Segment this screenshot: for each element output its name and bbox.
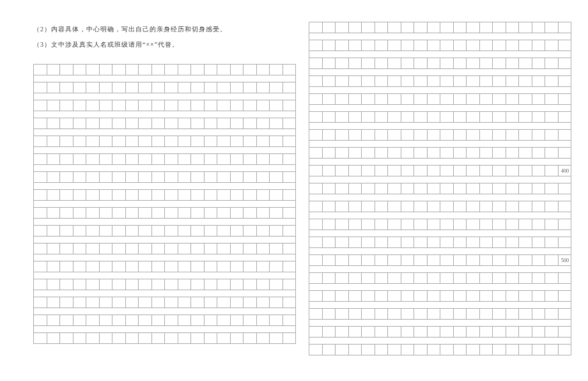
writing-cell[interactable] bbox=[518, 254, 532, 266]
writing-cell[interactable] bbox=[99, 82, 112, 93]
writing-cell[interactable] bbox=[164, 261, 178, 272]
writing-cell[interactable] bbox=[361, 237, 375, 248]
writing-cell[interactable] bbox=[322, 58, 336, 69]
writing-cell[interactable] bbox=[506, 344, 519, 355]
writing-cell[interactable] bbox=[518, 165, 532, 176]
writing-cell[interactable] bbox=[217, 189, 230, 201]
writing-cell[interactable] bbox=[217, 136, 230, 147]
writing-cell[interactable] bbox=[558, 22, 571, 33]
writing-cell[interactable] bbox=[427, 290, 440, 302]
writing-cell[interactable] bbox=[138, 189, 151, 201]
writing-cell[interactable] bbox=[164, 225, 178, 237]
writing-cell[interactable] bbox=[73, 153, 86, 165]
writing-cell[interactable] bbox=[243, 189, 256, 201]
writing-cell[interactable] bbox=[138, 136, 151, 147]
writing-cell[interactable] bbox=[86, 243, 99, 254]
writing-cell[interactable] bbox=[558, 183, 571, 194]
writing-cell[interactable] bbox=[59, 297, 73, 308]
writing-cell[interactable] bbox=[322, 290, 336, 302]
writing-cell[interactable] bbox=[190, 100, 204, 111]
writing-cell[interactable] bbox=[322, 308, 336, 320]
writing-cell[interactable] bbox=[269, 153, 282, 165]
writing-cell[interactable] bbox=[151, 100, 165, 111]
writing-cell[interactable] bbox=[375, 129, 388, 141]
writing-cell[interactable] bbox=[440, 290, 453, 302]
writing-cell[interactable] bbox=[164, 118, 178, 129]
writing-cell[interactable] bbox=[518, 201, 532, 212]
writing-cell[interactable] bbox=[256, 297, 270, 308]
writing-cell[interactable] bbox=[401, 165, 414, 176]
writing-cell[interactable] bbox=[375, 219, 388, 230]
writing-cell[interactable] bbox=[440, 165, 453, 176]
writing-cell[interactable] bbox=[532, 165, 545, 176]
writing-cell[interactable] bbox=[532, 75, 545, 87]
writing-cell[interactable] bbox=[230, 136, 244, 147]
writing-cell[interactable] bbox=[545, 147, 558, 159]
writing-cell[interactable] bbox=[518, 308, 532, 320]
writing-cell[interactable] bbox=[33, 243, 47, 254]
writing-cell[interactable] bbox=[466, 129, 479, 141]
writing-cell[interactable] bbox=[506, 326, 519, 338]
writing-cell[interactable] bbox=[309, 93, 322, 105]
writing-cell[interactable] bbox=[427, 111, 440, 123]
writing-cell[interactable] bbox=[86, 279, 99, 290]
writing-cell[interactable] bbox=[256, 100, 270, 111]
writing-cell[interactable] bbox=[217, 100, 230, 111]
writing-cell[interactable] bbox=[138, 243, 151, 254]
writing-cell[interactable] bbox=[47, 118, 60, 129]
writing-cell[interactable] bbox=[217, 64, 230, 75]
writing-cell[interactable] bbox=[190, 279, 204, 290]
writing-cell[interactable] bbox=[348, 40, 362, 51]
writing-cell[interactable] bbox=[518, 272, 532, 284]
writing-cell[interactable] bbox=[178, 100, 191, 111]
writing-cell[interactable] bbox=[506, 254, 519, 266]
writing-cell[interactable] bbox=[230, 207, 244, 219]
writing-cell[interactable] bbox=[545, 201, 558, 212]
writing-cell[interactable] bbox=[47, 100, 60, 111]
writing-cell[interactable] bbox=[178, 332, 191, 344]
writing-cell[interactable] bbox=[492, 111, 506, 123]
writing-cell[interactable] bbox=[47, 315, 60, 326]
writing-cell[interactable] bbox=[348, 344, 362, 355]
writing-cell[interactable] bbox=[492, 165, 506, 176]
writing-cell[interactable] bbox=[492, 326, 506, 338]
writing-cell[interactable] bbox=[387, 326, 401, 338]
writing-cell[interactable] bbox=[361, 344, 375, 355]
writing-cell[interactable] bbox=[256, 279, 270, 290]
writing-cell[interactable] bbox=[335, 93, 348, 105]
writing-cell[interactable] bbox=[427, 237, 440, 248]
writing-cell[interactable] bbox=[479, 165, 493, 176]
writing-cell[interactable] bbox=[466, 58, 479, 69]
writing-cell[interactable] bbox=[322, 272, 336, 284]
writing-cell[interactable] bbox=[335, 183, 348, 194]
writing-cell[interactable] bbox=[375, 111, 388, 123]
writing-cell[interactable] bbox=[33, 279, 47, 290]
writing-cell[interactable] bbox=[348, 183, 362, 194]
writing-cell[interactable] bbox=[256, 82, 270, 93]
writing-cell[interactable] bbox=[138, 332, 151, 344]
writing-cell[interactable] bbox=[138, 171, 151, 183]
writing-cell[interactable] bbox=[164, 136, 178, 147]
writing-cell[interactable] bbox=[269, 100, 282, 111]
writing-cell[interactable] bbox=[269, 82, 282, 93]
writing-cell[interactable] bbox=[204, 332, 217, 344]
writing-cell[interactable] bbox=[151, 82, 165, 93]
writing-cell[interactable] bbox=[440, 183, 453, 194]
writing-cell[interactable] bbox=[401, 326, 414, 338]
writing-cell[interactable] bbox=[506, 93, 519, 105]
writing-cell[interactable] bbox=[414, 129, 427, 141]
writing-cell[interactable] bbox=[375, 58, 388, 69]
writing-cell[interactable] bbox=[164, 189, 178, 201]
writing-cell[interactable] bbox=[335, 219, 348, 230]
writing-cell[interactable] bbox=[506, 219, 519, 230]
writing-cell[interactable] bbox=[335, 326, 348, 338]
writing-cell[interactable] bbox=[204, 153, 217, 165]
writing-cell[interactable] bbox=[466, 254, 479, 266]
writing-cell[interactable] bbox=[335, 272, 348, 284]
writing-cell[interactable] bbox=[138, 315, 151, 326]
writing-cell[interactable] bbox=[73, 315, 86, 326]
writing-cell[interactable] bbox=[401, 272, 414, 284]
writing-cell[interactable] bbox=[164, 279, 178, 290]
writing-cell[interactable] bbox=[230, 297, 244, 308]
writing-cell[interactable] bbox=[532, 272, 545, 284]
